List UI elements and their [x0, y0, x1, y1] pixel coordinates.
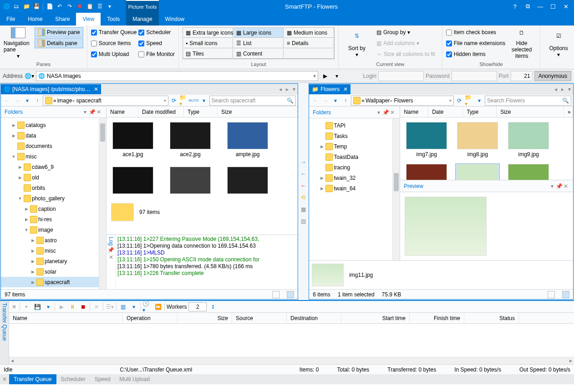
throttle-icon[interactable]: ⏩ — [153, 302, 163, 311]
expand-icon[interactable]: ▶ — [11, 123, 16, 127]
scheduler-checkbox[interactable]: Scheduler — [138, 27, 175, 37]
expand-icon[interactable]: ▶ — [17, 165, 23, 169]
tab-speed[interactable]: Speed — [90, 374, 115, 384]
expand-icon[interactable]: ▶ — [319, 144, 325, 149]
layout-content[interactable]: ▥Content — [234, 49, 284, 59]
right-file-grid[interactable]: img7.jpgimg8.jpgimg9.jpgimg10.jpgimg11.j… — [400, 117, 573, 180]
tree-item[interactable]: ▶Temp — [309, 141, 392, 152]
pin-icon[interactable]: 📌 — [107, 247, 114, 253]
expand-icon[interactable]: ▼ — [17, 196, 23, 201]
layout-list[interactable]: ☰List — [234, 38, 284, 48]
port-input[interactable] — [511, 71, 533, 81]
toolbar-dropdown[interactable]: ▾ — [475, 96, 484, 105]
auto-icon[interactable]: AUTO — [189, 96, 198, 105]
tab-next-icon[interactable]: ▸ — [284, 86, 290, 92]
close-icon[interactable]: ✕ — [109, 254, 113, 260]
scrollbar[interactable] — [392, 118, 400, 260]
transfer-right-icon[interactable]: → — [299, 158, 307, 166]
transfer-left-icon[interactable]: ← — [299, 170, 307, 178]
close-button[interactable]: ✕ — [559, 0, 572, 13]
maximize-button[interactable]: ☐ — [547, 0, 559, 13]
tree-item[interactable]: ▶twain_64 — [309, 183, 392, 193]
expand-icon[interactable]: ▶ — [30, 259, 36, 264]
tree-item[interactable]: ▼photo_gallery — [1, 193, 99, 204]
file-item[interactable] — [111, 167, 155, 194]
expand-icon[interactable]: ▶ — [30, 280, 36, 285]
folder-icon[interactable]: 📁 — [22, 2, 31, 11]
file-item[interactable]: img11.jpg — [456, 164, 499, 180]
layout-large[interactable]: ▦Large icons — [234, 28, 284, 38]
hide-selected-button[interactable]: 🗋 Hide selected items — [507, 27, 536, 59]
expand-icon[interactable]: ▶ — [24, 217, 29, 222]
columns-dropdown[interactable]: ▾ — [129, 302, 138, 311]
tq-col[interactable]: Destination — [287, 313, 341, 323]
tree-item[interactable]: ▶misc — [1, 245, 99, 256]
file-monitor-checkbox[interactable]: File Monitor — [138, 49, 175, 59]
tab-multi-upload[interactable]: Multi Upload — [115, 374, 154, 384]
menu-tools[interactable]: Tools — [101, 13, 126, 25]
redo-icon[interactable]: ↷ — [65, 2, 74, 11]
close-icon[interactable]: ✕ — [96, 109, 102, 115]
tree-item[interactable]: ▶hi-res — [1, 214, 99, 224]
refresh-button[interactable]: ⟳ — [169, 96, 178, 105]
layout-details[interactable]: ≡Details — [284, 38, 334, 48]
left-tab[interactable]: 🌐 [NASA Images] /pub/misc/pho… ✕ — [1, 84, 101, 94]
file-item[interactable] — [226, 167, 269, 194]
tab-next-icon[interactable]: ▸ — [559, 86, 566, 92]
tree-item[interactable]: ▶planetary — [1, 256, 99, 266]
file-item[interactable] — [168, 167, 212, 194]
tree-item[interactable]: ▶cdaw6_9 — [1, 162, 99, 172]
history-dropdown[interactable]: ▾ — [23, 96, 32, 105]
tq-col[interactable]: Source — [232, 313, 287, 323]
col-type[interactable]: Type — [184, 107, 218, 117]
folder-pair-icon[interactable]: 🗂 — [12, 2, 21, 11]
save-dropdown[interactable]: ▾ — [44, 302, 53, 311]
item-check-boxes-checkbox[interactable]: Item check boxes — [446, 27, 505, 37]
tq-col[interactable]: Operation — [123, 313, 178, 323]
speed-checkbox[interactable]: Speed — [138, 38, 175, 48]
tree-item[interactable]: ▶astro — [1, 235, 99, 245]
col-date[interactable]: Date modified — [138, 107, 184, 117]
tree-item[interactable]: ▶old — [1, 172, 99, 183]
file-item[interactable]: img8.jpg — [456, 122, 499, 158]
file-item[interactable]: ace2.jpg — [168, 122, 212, 158]
address-input[interactable]: 🌐 NASA Images ▾ — [36, 71, 318, 81]
close-icon[interactable]: ✕ — [0, 374, 9, 384]
tq-col[interactable]: Size — [178, 313, 232, 323]
col-size[interactable]: Size — [218, 107, 298, 117]
preview-pane-toggle[interactable]: Preview pane — [35, 27, 83, 37]
tree-item[interactable]: TAPI — [309, 120, 392, 131]
expand-icon[interactable]: ▶ — [11, 133, 16, 138]
file-extensions-checkbox[interactable]: File name extensions — [446, 38, 505, 48]
tab-menu-icon[interactable]: ▾ — [291, 86, 297, 92]
col-type[interactable]: Type — [463, 107, 497, 117]
help-button[interactable]: ? — [508, 0, 521, 13]
login-input[interactable] — [378, 71, 424, 81]
menu-manage[interactable]: Picture Tools Manage — [126, 13, 158, 25]
transfer-queue-checkbox[interactable]: Transfer Queue — [91, 27, 137, 37]
view-details-icon[interactable] — [548, 291, 555, 298]
toolbar-dropdown[interactable]: ▾ — [199, 96, 208, 105]
col-name[interactable]: Name — [107, 107, 138, 117]
address-globe-icon[interactable]: 🌐▾ — [25, 73, 34, 79]
tree-item[interactable]: ▶spacecraft — [1, 277, 99, 287]
tree-item[interactable]: orbits — [1, 183, 99, 193]
transfer-left2-icon[interactable]: ← — [299, 182, 307, 190]
layout-tiles[interactable]: ▤Tiles — [183, 49, 233, 59]
col-more[interactable]: » — [564, 107, 573, 117]
layout-medium[interactable]: ▦Medium icons — [284, 28, 334, 38]
compare-icon[interactable]: ▦ — [299, 205, 307, 214]
left-breadcrumb[interactable]: « image ▸ spacecraft ▾ — [43, 96, 168, 106]
sort-by-button[interactable]: ⇅ Sort by▾ — [342, 27, 371, 59]
menu-share[interactable]: Share — [49, 13, 76, 25]
file-item[interactable]: img7.jpg — [405, 122, 448, 158]
tab-prev-icon[interactable]: ◂ — [553, 86, 559, 92]
tree-item[interactable]: tracing — [309, 162, 392, 173]
layout-extra-large[interactable]: ▦Extra large icons — [183, 28, 233, 38]
pin-icon[interactable]: 📌 — [382, 109, 389, 116]
expand-icon[interactable]: ▶ — [30, 249, 36, 253]
clock-icon[interactable]: 🕓▾ — [142, 302, 152, 311]
menu-file[interactable]: File — [0, 13, 21, 25]
tab-menu-icon[interactable]: ▾ — [566, 86, 573, 92]
col-date[interactable]: Date — [428, 107, 463, 117]
